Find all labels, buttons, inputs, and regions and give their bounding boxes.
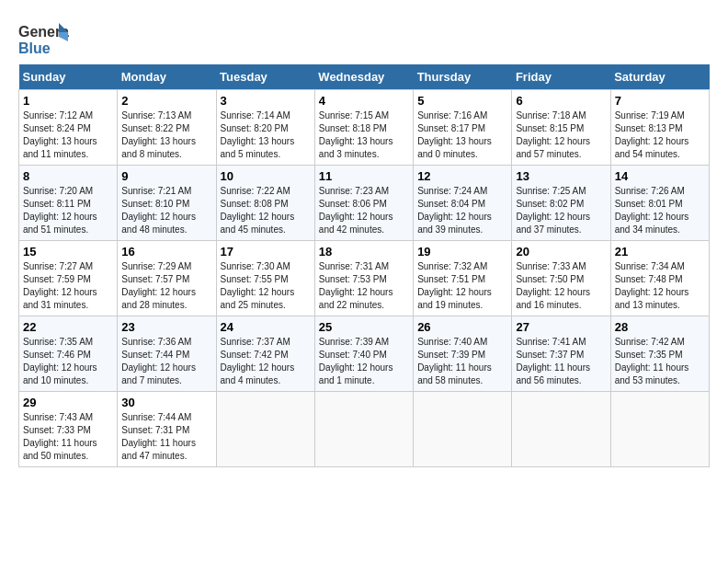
day-number: 22 [23,320,113,334]
day-info: Sunrise: 7:24 AMSunset: 8:04 PMDaylight:… [417,185,507,236]
day-info: Sunrise: 7:36 AMSunset: 7:44 PMDaylight:… [121,336,211,387]
day-info: Sunrise: 7:19 AMSunset: 8:13 PMDaylight:… [615,109,705,161]
calendar-cell: 17 Sunrise: 7:30 AMSunset: 7:55 PMDaylig… [216,241,314,316]
day-info: Sunrise: 7:37 AMSunset: 7:42 PMDaylight:… [221,336,311,387]
day-info: Sunrise: 7:30 AMSunset: 7:55 PMDaylight:… [221,260,311,312]
calendar-cell: 16 Sunrise: 7:29 AMSunset: 7:57 PMDaylig… [118,241,216,316]
calendar-cell: 12 Sunrise: 7:24 AMSunset: 8:04 PMDaylig… [414,166,512,241]
calendar-cell: 27 Sunrise: 7:41 AMSunset: 7:37 PMDaylig… [512,316,610,392]
day-info: Sunrise: 7:34 AMSunset: 7:48 PMDaylight:… [615,260,705,312]
calendar-cell: 25 Sunrise: 7:39 AMSunset: 7:40 PMDaylig… [314,316,413,392]
day-number: 26 [417,320,507,334]
page-header: General Blue [18,18,710,55]
calendar-cell [512,392,610,467]
day-number: 24 [221,320,311,334]
day-number: 2 [121,94,211,108]
day-number: 14 [615,169,705,183]
day-number: 19 [417,245,507,259]
col-header-tuesday: Tuesday [216,64,314,90]
day-number: 30 [121,396,211,409]
calendar-cell: 21 Sunrise: 7:34 AMSunset: 7:48 PMDaylig… [610,241,709,316]
day-number: 23 [121,320,211,334]
calendar-cell: 29 Sunrise: 7:43 AMSunset: 7:33 PMDaylig… [19,392,118,467]
day-info: Sunrise: 7:41 AMSunset: 7:37 PMDaylight:… [516,336,606,387]
day-number: 4 [319,94,409,108]
day-number: 16 [121,245,211,259]
day-info: Sunrise: 7:27 AMSunset: 7:59 PMDaylight:… [23,260,113,312]
day-info: Sunrise: 7:35 AMSunset: 7:46 PMDaylight:… [23,336,113,387]
day-number: 9 [121,169,211,183]
week-row-5: 29 Sunrise: 7:43 AMSunset: 7:33 PMDaylig… [19,392,710,467]
day-number: 8 [23,169,113,183]
day-number: 15 [23,245,113,259]
col-header-friday: Friday [512,64,610,90]
day-number: 21 [615,245,705,259]
day-number: 18 [319,245,409,259]
day-info: Sunrise: 7:31 AMSunset: 7:53 PMDaylight:… [319,260,409,312]
calendar-cell: 30 Sunrise: 7:44 AMSunset: 7:31 PMDaylig… [118,392,216,467]
calendar-cell: 20 Sunrise: 7:33 AMSunset: 7:50 PMDaylig… [512,241,610,316]
col-header-saturday: Saturday [610,64,709,90]
calendar-cell: 4 Sunrise: 7:15 AMSunset: 8:18 PMDayligh… [314,90,413,166]
day-number: 11 [319,169,409,183]
day-info: Sunrise: 7:25 AMSunset: 8:02 PMDaylight:… [516,185,606,236]
day-number: 25 [319,320,409,334]
calendar-cell [414,392,512,467]
day-info: Sunrise: 7:21 AMSunset: 8:10 PMDaylight:… [121,185,211,236]
calendar-cell: 9 Sunrise: 7:21 AMSunset: 8:10 PMDayligh… [118,166,216,241]
col-header-thursday: Thursday [414,64,512,90]
day-info: Sunrise: 7:23 AMSunset: 8:06 PMDaylight:… [319,185,409,236]
calendar-cell: 6 Sunrise: 7:18 AMSunset: 8:15 PMDayligh… [512,90,610,166]
calendar-cell [610,392,709,467]
day-info: Sunrise: 7:32 AMSunset: 7:51 PMDaylight:… [417,260,507,312]
day-info: Sunrise: 7:43 AMSunset: 7:33 PMDaylight:… [23,411,113,463]
calendar-cell: 18 Sunrise: 7:31 AMSunset: 7:53 PMDaylig… [314,241,413,316]
calendar-cell: 1 Sunrise: 7:12 AMSunset: 8:24 PMDayligh… [19,90,118,166]
week-row-3: 15 Sunrise: 7:27 AMSunset: 7:59 PMDaylig… [19,241,710,316]
day-number: 28 [615,320,705,334]
day-info: Sunrise: 7:12 AMSunset: 8:24 PMDaylight:… [23,109,113,161]
day-info: Sunrise: 7:40 AMSunset: 7:39 PMDaylight:… [417,336,507,387]
calendar-cell: 19 Sunrise: 7:32 AMSunset: 7:51 PMDaylig… [414,241,512,316]
col-header-sunday: Sunday [19,64,118,90]
day-info: Sunrise: 7:44 AMSunset: 7:31 PMDaylight:… [121,411,211,463]
calendar-cell: 22 Sunrise: 7:35 AMSunset: 7:46 PMDaylig… [19,316,118,392]
day-info: Sunrise: 7:16 AMSunset: 8:17 PMDaylight:… [417,109,507,161]
day-info: Sunrise: 7:14 AMSunset: 8:20 PMDaylight:… [221,109,311,161]
logo-icon: General Blue [18,18,64,55]
svg-text:Blue: Blue [18,40,51,56]
logo: General Blue [18,18,68,55]
day-number: 17 [221,245,311,259]
calendar-cell: 10 Sunrise: 7:22 AMSunset: 8:08 PMDaylig… [216,166,314,241]
day-number: 5 [417,94,507,108]
day-info: Sunrise: 7:15 AMSunset: 8:18 PMDaylight:… [319,109,409,161]
day-info: Sunrise: 7:13 AMSunset: 8:22 PMDaylight:… [121,109,211,161]
calendar-cell: 5 Sunrise: 7:16 AMSunset: 8:17 PMDayligh… [414,90,512,166]
day-info: Sunrise: 7:20 AMSunset: 8:11 PMDaylight:… [23,185,113,236]
day-info: Sunrise: 7:22 AMSunset: 8:08 PMDaylight:… [221,185,311,236]
calendar-cell: 3 Sunrise: 7:14 AMSunset: 8:20 PMDayligh… [216,90,314,166]
week-row-2: 8 Sunrise: 7:20 AMSunset: 8:11 PMDayligh… [19,166,710,241]
day-info: Sunrise: 7:29 AMSunset: 7:57 PMDaylight:… [121,260,211,312]
day-number: 12 [417,169,507,183]
day-number: 20 [516,245,606,259]
svg-marker-3 [59,32,68,41]
day-number: 1 [23,94,113,108]
calendar-cell [216,392,314,467]
day-info: Sunrise: 7:18 AMSunset: 8:15 PMDaylight:… [516,109,606,161]
day-info: Sunrise: 7:33 AMSunset: 7:50 PMDaylight:… [516,260,606,312]
calendar-cell: 23 Sunrise: 7:36 AMSunset: 7:44 PMDaylig… [118,316,216,392]
day-number: 6 [516,94,606,108]
day-number: 7 [615,94,705,108]
day-number: 10 [221,169,311,183]
calendar-cell: 28 Sunrise: 7:42 AMSunset: 7:35 PMDaylig… [610,316,709,392]
week-row-4: 22 Sunrise: 7:35 AMSunset: 7:46 PMDaylig… [19,316,710,392]
calendar-cell [314,392,413,467]
day-info: Sunrise: 7:42 AMSunset: 7:35 PMDaylight:… [615,336,705,387]
calendar-cell: 24 Sunrise: 7:37 AMSunset: 7:42 PMDaylig… [216,316,314,392]
day-number: 27 [516,320,606,334]
calendar-cell: 13 Sunrise: 7:25 AMSunset: 8:02 PMDaylig… [512,166,610,241]
calendar-cell: 7 Sunrise: 7:19 AMSunset: 8:13 PMDayligh… [610,90,709,166]
calendar-cell: 8 Sunrise: 7:20 AMSunset: 8:11 PMDayligh… [19,166,118,241]
calendar-table: SundayMondayTuesdayWednesdayThursdayFrid… [18,64,710,467]
